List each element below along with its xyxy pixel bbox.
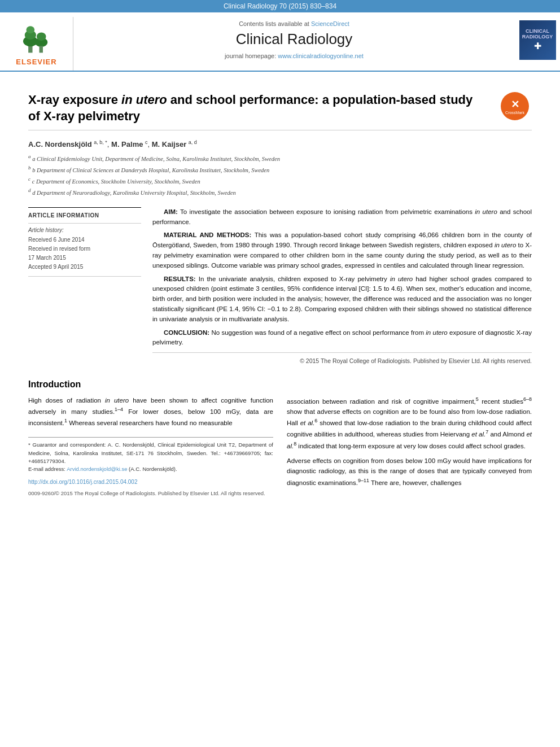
journal-citation: Clinical Radiology 70 (2015) 830–834: [224, 2, 336, 10]
introduction-section: Introduction High doses of radiation in …: [28, 379, 532, 498]
footnote-email: E-mail address: Arvid.nordenskjold@ki.se…: [28, 465, 273, 473]
publisher-logo: ELSEVIER: [0, 17, 73, 71]
affiliation-b: b b Department of Clinical Sciences at D…: [28, 164, 532, 175]
affiliation-d: d d Department of Neuroradiology, Karoli…: [28, 186, 532, 198]
article-content: X-ray exposure in utero and school perfo…: [0, 72, 560, 509]
contents-available: Contents lists available at ScienceDirec…: [85, 20, 504, 27]
abstract-section: ARTICLE INFORMATION Article history: Rec…: [28, 207, 532, 366]
footnotes: * Guarantor and correspondent: A. C. Nor…: [28, 437, 273, 473]
elsevier-tree-icon: [16, 21, 56, 55]
authors-line: A.C. Nordenskjöld a, b, *, M. Palme c, M…: [28, 139, 532, 148]
received-date: Received 6 June 2014: [28, 235, 141, 244]
abstract-methods: MATERIAL AND METHODS: This was a populat…: [152, 230, 532, 270]
history-label: Article history:: [28, 227, 141, 233]
journal-header-center: Contents lists available at ScienceDirec…: [73, 17, 515, 71]
svg-point-5: [37, 32, 46, 41]
article-info-box: ARTICLE INFORMATION Article history: Rec…: [28, 207, 141, 277]
elsevier-logo: ELSEVIER: [16, 21, 56, 66]
svg-point-3: [27, 26, 35, 33]
affiliations: a a Clinical Epidemiology Unit, Departme…: [28, 152, 532, 198]
top-bar: Clinical Radiology 70 (2015) 830–834: [0, 0, 560, 12]
abstract-aim: AIM: To investigate the association betw…: [152, 207, 532, 228]
abstract-conclusion: CONCLUSION: No suggestion was found of a…: [152, 328, 532, 348]
affiliation-c: c c Department of Economics, Stockholm U…: [28, 175, 532, 186]
article-info-title: ARTICLE INFORMATION: [28, 212, 141, 219]
intro-col-right: association between radiation and risk o…: [287, 395, 532, 498]
intro-para2: association between radiation and risk o…: [287, 395, 532, 451]
journal-badge: CLINICAL RADIOLOGY ✚: [519, 20, 556, 60]
bottom-copyright: 0009-9260/© 2015 The Royal College of Ra…: [28, 489, 273, 497]
intro-para1: High doses of radiation in utero have be…: [28, 395, 273, 429]
abstract-text: AIM: To investigate the association betw…: [152, 207, 532, 366]
affiliation-a: a a Clinical Epidemiology Unit, Departme…: [28, 152, 532, 164]
introduction-heading: Introduction: [28, 379, 532, 390]
title-section: X-ray exposure in utero and school perfo…: [28, 83, 532, 130]
article-info-col: ARTICLE INFORMATION Article history: Rec…: [28, 207, 141, 366]
svg-rect-6: [40, 46, 43, 53]
crossmark-badge[interactable]: ✕ CrossMark: [501, 92, 532, 123]
accepted-date: Accepted 9 April 2015: [28, 263, 141, 272]
sciencedirect-link[interactable]: ScienceDirect: [311, 20, 349, 27]
footnote-guarantor: * Guarantor and correspondent: A. C. Nor…: [28, 441, 273, 465]
page-header: ELSEVIER Contents lists available at Sci…: [0, 12, 560, 72]
journal-badge-area: CLINICAL RADIOLOGY ✚: [515, 17, 560, 71]
intro-col-left: High doses of radiation in utero have be…: [28, 395, 273, 498]
abstract-col: AIM: To investigate the association betw…: [152, 207, 532, 366]
intro-para3: Adverse effects on cognition from doses …: [287, 456, 532, 488]
revised-date: Received in revised form17 March 2015: [28, 244, 141, 263]
journal-title: Clinical Radiology: [85, 30, 504, 48]
doi-link[interactable]: http://dx.doi.org/10.1016/j.crad.2015.04…: [28, 478, 273, 487]
introduction-body: High doses of radiation in utero have be…: [28, 395, 532, 498]
abstract-results: RESULTS: In the univariate analysis, chi…: [152, 274, 532, 325]
homepage-link[interactable]: www.clinicalradiologyonline.net: [278, 53, 364, 59]
abstract-copyright: © 2015 The Royal College of Radiologists…: [152, 352, 532, 365]
elsevier-name: ELSEVIER: [16, 58, 56, 66]
article-history: Article history: Received 6 June 2014 Re…: [28, 223, 141, 272]
article-title: X-ray exposure in utero and school perfo…: [28, 92, 532, 124]
journal-homepage: journal homepage: www.clinicalradiologyo…: [85, 53, 504, 59]
